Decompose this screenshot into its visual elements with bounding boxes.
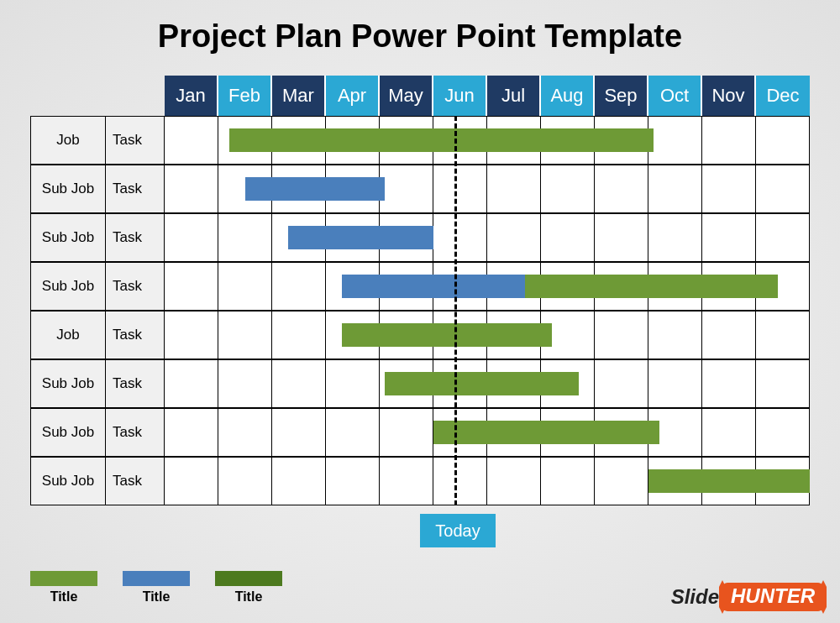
month-oct: Oct [648, 76, 702, 116]
grid-cell [380, 116, 433, 165]
legend-swatch [215, 571, 282, 586]
grid-cell [756, 457, 810, 505]
grid-cell [272, 311, 326, 359]
grid-cell [648, 213, 702, 262]
table-row: Sub JobTask [30, 213, 810, 262]
grid-cell [756, 213, 810, 262]
grid-cell [218, 457, 272, 505]
grid-cell [272, 213, 326, 262]
grid-cell [165, 457, 218, 505]
grid-cell [326, 359, 380, 408]
grid-cell [380, 408, 433, 457]
grid-cell [165, 311, 218, 359]
grid-cell [326, 457, 380, 505]
grid-cell [541, 116, 595, 165]
brand-logo: Slide HUNTER [671, 583, 823, 611]
grid-cell [648, 457, 702, 505]
grid-cell [218, 311, 272, 359]
job-cell: Sub Job [30, 359, 106, 408]
grid-cell [272, 262, 326, 311]
grid-cell [272, 408, 326, 457]
grid-cell [541, 213, 595, 262]
grid-cell [702, 359, 756, 408]
legend-item: Title [30, 571, 97, 605]
grid-cell [326, 165, 380, 213]
table-row: Sub JobTask [30, 408, 810, 457]
grid-cell [380, 311, 433, 359]
gantt-grid: JobTaskSub JobTaskSub JobTaskSub JobTask… [30, 116, 810, 505]
grid-cell [218, 262, 272, 311]
grid-cell [433, 311, 487, 359]
month-jan: Jan [165, 76, 218, 116]
month-sep: Sep [595, 76, 648, 116]
grid-cell [541, 262, 595, 311]
table-row: Sub JobTask [30, 457, 810, 505]
grid-cell [702, 116, 756, 165]
month-apr: Apr [326, 76, 380, 116]
grid-cell [756, 311, 810, 359]
table-row: Sub JobTask [30, 165, 810, 213]
grid-cell [595, 213, 648, 262]
grid-cell [433, 359, 487, 408]
grid-cell [272, 457, 326, 505]
grid-cell [595, 262, 648, 311]
grid-cell [272, 116, 326, 165]
job-cell: Job [30, 116, 106, 165]
grid-cell [702, 262, 756, 311]
job-cell: Sub Job [30, 262, 106, 311]
grid-cell [380, 165, 433, 213]
grid-cell [756, 262, 810, 311]
grid-cell [595, 457, 648, 505]
grid-cell [487, 457, 541, 505]
legend-swatch [30, 571, 97, 586]
brand-hunter: HUNTER [722, 583, 823, 611]
grid-cell [165, 262, 218, 311]
grid-cell [648, 408, 702, 457]
legend-item: Title [123, 571, 190, 605]
legend: TitleTitleTitle [30, 571, 282, 605]
month-header: Jan Feb Mar Apr May Jun Jul Aug Sep Oct … [165, 76, 810, 116]
grid-cell [326, 311, 380, 359]
table-row: JobTask [30, 116, 810, 165]
grid-cell [487, 408, 541, 457]
month-dec: Dec [756, 76, 810, 116]
grid-cell [218, 408, 272, 457]
grid-cell [433, 457, 487, 505]
grid-cell [595, 116, 648, 165]
month-mar: Mar [272, 76, 326, 116]
grid-cell [380, 359, 433, 408]
grid-cell [756, 116, 810, 165]
legend-label: Title [215, 589, 282, 605]
grid-cell [380, 213, 433, 262]
grid-cell [326, 262, 380, 311]
grid-cell [487, 116, 541, 165]
grid-cell [487, 262, 541, 311]
page-title: Project Plan Power Point Template [0, 0, 840, 55]
grid-cell [648, 311, 702, 359]
grid-cell [380, 457, 433, 505]
grid-cell [218, 165, 272, 213]
task-cell: Task [106, 359, 165, 408]
grid-cell [487, 213, 541, 262]
grid-cell [272, 165, 326, 213]
job-cell: Sub Job [30, 213, 106, 262]
grid-cell [541, 408, 595, 457]
job-cell: Job [30, 311, 106, 359]
month-aug: Aug [541, 76, 595, 116]
grid-cell [702, 213, 756, 262]
task-cell: Task [106, 457, 165, 505]
gantt-chart: Jan Feb Mar Apr May Jun Jul Aug Sep Oct … [30, 76, 810, 505]
grid-cell [756, 165, 810, 213]
legend-label: Title [123, 589, 190, 605]
grid-cell [272, 359, 326, 408]
grid-cell [595, 408, 648, 457]
task-cell: Task [106, 311, 165, 359]
legend-swatch [123, 571, 190, 586]
grid-cell [218, 213, 272, 262]
grid-cell [702, 408, 756, 457]
table-row: JobTask [30, 311, 810, 359]
task-cell: Task [106, 116, 165, 165]
month-may: May [380, 76, 433, 116]
grid-cell [648, 262, 702, 311]
grid-cell [326, 408, 380, 457]
